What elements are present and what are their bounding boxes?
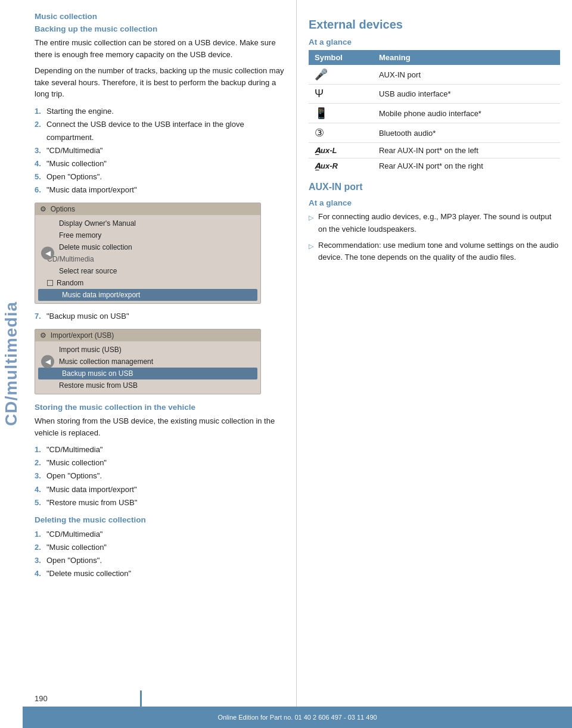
meaning-bluetooth: Bluetooth audio* bbox=[373, 123, 560, 143]
steps1-list: 1. Starting the engine. 2. Connect the U… bbox=[35, 105, 284, 197]
screenshot2: ⚙ Import/export (USB) Import music (USB)… bbox=[35, 329, 261, 394]
table-row: A̲ux-L Rear AUX-IN port* on the left bbox=[309, 143, 560, 158]
symbol-bluetooth: ③ bbox=[309, 123, 373, 143]
screenshot2-title: ⚙ Import/export (USB) bbox=[40, 331, 114, 340]
table-col-symbol: Symbol bbox=[309, 50, 373, 65]
step1-item: 1. Starting the engine. bbox=[35, 105, 284, 118]
screenshot1-titlebar: ⚙ Options bbox=[35, 203, 260, 215]
table-row: 🎤 AUX-IN port bbox=[309, 65, 560, 85]
screenshot2-menu: Import music (USB) Music collection mana… bbox=[35, 341, 260, 394]
meaning-aux: AUX-IN port bbox=[373, 65, 560, 85]
footer-text: Online Edition for Part no. 01 40 2 606 … bbox=[217, 714, 377, 721]
step5-num: 5. bbox=[35, 170, 43, 183]
step3-item: 3. "CD/Multimedia" bbox=[35, 144, 284, 157]
s3-step4: 4. "Delete music collection" bbox=[35, 567, 284, 580]
bullet-text-2: Recommendation: use medium tone and volu… bbox=[318, 239, 560, 265]
screenshot2-titlebar: ⚙ Import/export (USB) bbox=[35, 329, 260, 341]
screenshot1-title: ⚙ Options bbox=[40, 205, 75, 213]
at-a-glance-title: At a glance bbox=[309, 38, 560, 46]
left-column: Music collection Backing up the music co… bbox=[23, 0, 297, 728]
table-row: 📱 Mobile phone audio interface* bbox=[309, 104, 560, 123]
menu-cd-multimedia: CD/Multimedia bbox=[35, 253, 260, 265]
table-row: Ψ USB audio interface* bbox=[309, 85, 560, 104]
steps2-list: 1. "CD/Multimedia" 2. "Music collection"… bbox=[35, 443, 284, 509]
s2-step3: 3. Open "Options". bbox=[35, 469, 284, 483]
step2-num: 2. bbox=[35, 118, 43, 144]
meaning-aux-r: Rear AUX-IN port* on the right bbox=[373, 158, 560, 174]
menu-backup-music: Backup music on USB bbox=[38, 368, 257, 379]
menu-restore-music: Restore music from USB bbox=[35, 379, 260, 391]
scroll-arrow-left2[interactable]: ◀ bbox=[41, 355, 54, 368]
table-col-meaning: Meaning bbox=[373, 50, 560, 65]
symbol-aux-r: A̲ux-R bbox=[309, 158, 373, 174]
step7-item: 7. "Backup music on USB" bbox=[35, 310, 284, 323]
para3: When storing from the USB device, the ex… bbox=[35, 415, 284, 438]
symbol-table: Symbol Meaning 🎤 AUX-IN port Ψ USB audio… bbox=[309, 50, 560, 173]
menu-import-music: Import music (USB) bbox=[35, 344, 260, 356]
bullet-list: ▷ For connecting audio devices, e.g., MP… bbox=[309, 211, 560, 264]
meaning-mobile: Mobile phone audio interface* bbox=[373, 104, 560, 123]
s3-step3: 3. Open "Options". bbox=[35, 554, 284, 567]
page-number: 190 bbox=[35, 694, 48, 703]
menu-free-memory: Free memory bbox=[35, 229, 260, 241]
screenshot1: ⚙ Options Display Owner's Manual Free me… bbox=[35, 203, 261, 304]
step3-text: "CD/Multimedia" bbox=[46, 144, 102, 157]
s3-step2: 2. "Music collection" bbox=[35, 541, 284, 554]
table-row: A̲ux-R Rear AUX-IN port* on the right bbox=[309, 158, 560, 174]
meaning-aux-l: Rear AUX-IN port* on the left bbox=[373, 143, 560, 158]
deleting-title: Deleting the music collection bbox=[35, 515, 284, 524]
random-checkbox bbox=[47, 280, 53, 286]
steps3-list: 1. "CD/Multimedia" 2. "Music collection"… bbox=[35, 528, 284, 580]
screenshot1-menu: Display Owner's Manual Free memory Delet… bbox=[35, 215, 260, 303]
right-column: External devices At a glance Symbol Mean… bbox=[297, 0, 572, 728]
symbol-usb: Ψ bbox=[309, 85, 373, 104]
aux-at-glance-title: At a glance bbox=[309, 198, 560, 207]
bullet-arrow-2: ▷ bbox=[309, 241, 315, 252]
para1: The entire music collection can be store… bbox=[35, 37, 284, 60]
menu-select-rear: Select rear source bbox=[35, 265, 260, 277]
step7-list: 7. "Backup music on USB" bbox=[35, 310, 284, 323]
main-content: Music collection Backing up the music co… bbox=[23, 0, 572, 728]
step6-text: "Music data import/export" bbox=[46, 183, 137, 197]
menu-display-owners: Display Owner's Manual bbox=[35, 217, 260, 229]
para2: Depending on the number of tracks, backi… bbox=[35, 65, 284, 100]
bullet-arrow-1: ▷ bbox=[309, 213, 315, 223]
step6-num: 6. bbox=[35, 183, 43, 197]
menu-music-data: Music data import/export bbox=[38, 289, 257, 301]
bullet-text-1: For connecting audio devices, e.g., MP3 … bbox=[318, 211, 560, 236]
menu-collection-mgmt: Music collection management bbox=[35, 356, 260, 368]
page-number-area: 190 bbox=[23, 690, 142, 707]
table-row: ③ Bluetooth audio* bbox=[309, 123, 560, 143]
s2-step4: 4. "Music data import/export" bbox=[35, 483, 284, 496]
menu-random: Random bbox=[35, 277, 260, 289]
step5-text: Open "Options". bbox=[46, 170, 102, 183]
scroll-arrow-left[interactable]: ◀ bbox=[41, 247, 54, 260]
bullet-item-2: ▷ Recommendation: use medium tone and vo… bbox=[309, 239, 560, 265]
backing-up-title: Backing up the music collection bbox=[35, 24, 284, 33]
symbol-aux-l: A̲ux-L bbox=[309, 143, 373, 158]
step4-num: 4. bbox=[35, 157, 43, 170]
s2-step1: 1. "CD/Multimedia" bbox=[35, 443, 284, 456]
menu-delete-music: Delete music collection bbox=[35, 241, 260, 253]
footer: Online Edition for Part no. 01 40 2 606 … bbox=[23, 707, 572, 728]
step5-item: 5. Open "Options". bbox=[35, 170, 284, 183]
symbol-aux: 🎤 bbox=[309, 65, 373, 85]
s2-step2: 2. "Music collection" bbox=[35, 456, 284, 469]
storing-title: Storing the music collection in the vehi… bbox=[35, 403, 284, 412]
s2-step5: 5. "Restore music from USB" bbox=[35, 496, 284, 509]
external-devices-title: External devices bbox=[309, 18, 560, 32]
step1-num: 1. bbox=[35, 105, 43, 118]
left-section-title: Music collection bbox=[35, 12, 284, 21]
sidebar-label: CD/multimedia bbox=[2, 301, 21, 426]
aux-in-port-title: AUX-IN port bbox=[309, 182, 560, 192]
meaning-usb: USB audio interface* bbox=[373, 85, 560, 104]
step3-num: 3. bbox=[35, 144, 43, 157]
step4-text: "Music collection" bbox=[46, 157, 107, 170]
bullet-item-1: ▷ For connecting audio devices, e.g., MP… bbox=[309, 211, 560, 236]
sidebar: CD/multimedia bbox=[0, 0, 23, 728]
step1-text: Starting the engine. bbox=[46, 105, 114, 118]
step2-item: 2. Connect the USB device to the USB int… bbox=[35, 118, 284, 144]
symbol-mobile: 📱 bbox=[309, 104, 373, 123]
s3-step1: 1. "CD/Multimedia" bbox=[35, 528, 284, 541]
step2-text: Connect the USB device to the USB interf… bbox=[46, 118, 284, 144]
